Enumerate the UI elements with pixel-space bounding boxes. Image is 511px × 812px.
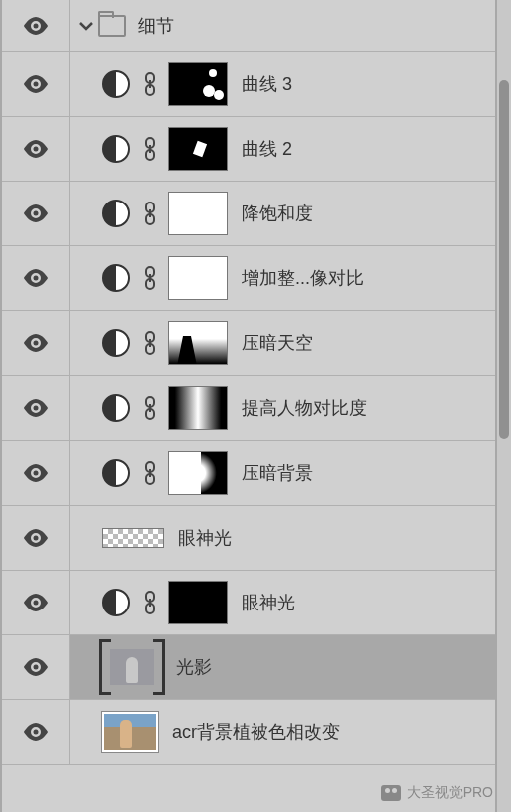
eye-icon (23, 723, 49, 741)
layer-name: 曲线 3 (242, 72, 292, 96)
layer-mask-thumb[interactable] (168, 127, 228, 171)
layer-name: 提高人物对比度 (242, 396, 367, 420)
group-row[interactable]: 细节 (2, 0, 495, 52)
svg-point-30 (33, 601, 38, 606)
eye-icon (23, 269, 49, 287)
eye-icon (23, 204, 49, 222)
eye-icon (23, 17, 49, 35)
link-icon (140, 135, 160, 163)
eye-icon (23, 658, 49, 676)
layer-thumb-transparent[interactable] (102, 528, 164, 548)
visibility-toggle[interactable] (2, 506, 70, 570)
watermark-text: 大圣视觉PRO (407, 784, 493, 802)
smart-object-thumb[interactable] (102, 645, 162, 689)
visibility-toggle[interactable] (2, 182, 70, 245)
visibility-toggle[interactable] (2, 117, 70, 181)
layer-name: 压暗背景 (242, 461, 313, 485)
layer-name: acr背景植被色相改变 (172, 720, 340, 744)
eye-icon (23, 399, 49, 417)
svg-point-13 (33, 276, 38, 281)
visibility-toggle[interactable] (2, 571, 70, 634)
svg-point-34 (33, 665, 38, 670)
group-name: 细节 (138, 14, 174, 38)
layer-thumb[interactable] (102, 712, 158, 752)
link-icon (140, 200, 160, 227)
adjustment-layer-icon (102, 135, 130, 163)
layer-row[interactable]: 曲线 3 (2, 52, 495, 117)
adjustment-layer-icon (102, 459, 130, 487)
scrollbar-thumb[interactable] (499, 80, 509, 439)
svg-point-9 (33, 211, 38, 216)
eye-icon (23, 334, 49, 352)
layer-row[interactable]: 提高人物对比度 (2, 376, 495, 441)
layer-row[interactable]: 眼神光 (2, 571, 495, 635)
layer-name: 曲线 2 (242, 137, 292, 161)
layer-name: 降饱和度 (242, 202, 313, 225)
svg-point-21 (33, 406, 38, 411)
visibility-toggle[interactable] (2, 246, 70, 310)
visibility-toggle[interactable] (2, 52, 70, 116)
layer-mask-thumb[interactable] (168, 386, 228, 430)
visibility-toggle[interactable] (2, 635, 70, 699)
layer-mask-thumb[interactable] (168, 192, 228, 235)
layer-name: 眼神光 (178, 526, 232, 550)
svg-point-29 (33, 536, 38, 541)
link-icon (140, 329, 160, 357)
visibility-toggle[interactable] (2, 311, 70, 375)
adjustment-layer-icon (102, 200, 130, 227)
layer-mask-thumb[interactable] (168, 451, 228, 495)
adjustment-layer-icon (102, 394, 130, 422)
eye-icon (23, 594, 49, 611)
visibility-toggle[interactable] (2, 376, 70, 440)
scrollbar[interactable] (497, 0, 511, 812)
layer-row[interactable]: 降饱和度 (2, 182, 495, 246)
visibility-toggle[interactable] (2, 441, 70, 505)
eye-icon (23, 75, 49, 93)
layer-row[interactable]: acr背景植被色相改变 (2, 700, 495, 765)
chevron-down-icon[interactable] (78, 18, 94, 34)
layer-name: 光影 (176, 655, 212, 679)
layer-mask-thumb[interactable] (168, 581, 228, 624)
folder-icon (98, 15, 126, 37)
svg-point-35 (33, 730, 38, 735)
link-icon (140, 70, 160, 98)
link-icon (140, 589, 160, 616)
layer-name: 眼神光 (242, 591, 295, 614)
layer-mask-thumb[interactable] (168, 256, 228, 300)
layer-mask-thumb[interactable] (168, 321, 228, 365)
svg-point-1 (33, 82, 38, 87)
eye-icon (23, 529, 49, 547)
layer-row[interactable]: 眼神光 (2, 506, 495, 571)
layer-row[interactable]: 曲线 2 (2, 117, 495, 182)
adjustment-layer-icon (102, 70, 130, 98)
adjustment-layer-icon (102, 589, 130, 616)
svg-point-5 (33, 147, 38, 152)
visibility-toggle[interactable] (2, 700, 70, 764)
wechat-icon (381, 785, 401, 801)
visibility-toggle[interactable] (2, 0, 70, 51)
svg-point-0 (33, 23, 38, 28)
eye-icon (23, 140, 49, 158)
watermark: 大圣视觉PRO (381, 784, 493, 802)
layers-panel: 细节 曲线 3 曲线 2 降饱和度 (0, 0, 497, 812)
svg-point-17 (33, 341, 38, 346)
adjustment-layer-icon (102, 264, 130, 292)
layer-row-selected[interactable]: 光影 (2, 635, 495, 700)
adjustment-layer-icon (102, 329, 130, 357)
link-icon (140, 394, 160, 422)
svg-point-25 (33, 471, 38, 476)
link-icon (140, 264, 160, 292)
layer-row[interactable]: 压暗天空 (2, 311, 495, 376)
eye-icon (23, 464, 49, 482)
layer-mask-thumb[interactable] (168, 62, 228, 106)
layer-name: 增加整...像对比 (242, 266, 364, 290)
layer-row[interactable]: 压暗背景 (2, 441, 495, 506)
layer-name: 压暗天空 (242, 331, 313, 355)
link-icon (140, 459, 160, 487)
layer-row[interactable]: 增加整...像对比 (2, 246, 495, 311)
